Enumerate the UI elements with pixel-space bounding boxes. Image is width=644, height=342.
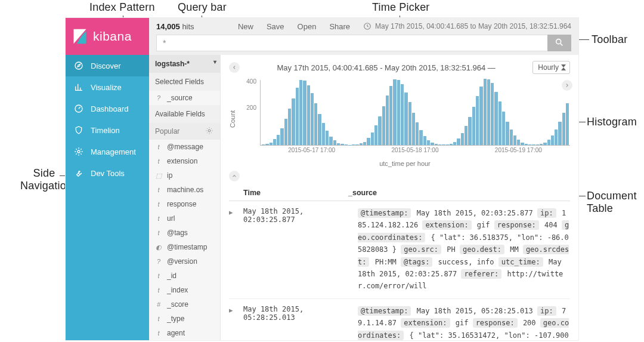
column-source-header[interactable]: _source — [348, 189, 570, 197]
expand-row-button[interactable]: ▸ — [229, 207, 239, 292]
histogram-bar[interactable] — [367, 138, 370, 145]
histogram-bar[interactable] — [491, 83, 494, 145]
scroll-up-button[interactable] — [229, 171, 240, 181]
column-time-header[interactable]: Time — [229, 189, 348, 197]
time-picker[interactable]: May 17th 2015, 04:00:41.685 to May 20th … — [363, 22, 571, 30]
histogram-bar[interactable] — [401, 84, 404, 145]
field-extension[interactable]: textension — [149, 154, 220, 168]
histogram-bar[interactable] — [270, 143, 273, 145]
histogram-bar[interactable] — [311, 93, 314, 145]
field-agent[interactable]: tagent — [149, 326, 220, 340]
histogram-bar[interactable] — [476, 96, 479, 145]
histogram-bar[interactable] — [506, 122, 509, 145]
histogram-bar[interactable] — [378, 116, 381, 145]
histogram-bar[interactable] — [280, 128, 283, 145]
field--score[interactable]: #_score — [149, 297, 220, 312]
interval-select[interactable]: Hourly — [532, 61, 570, 74]
histogram-bar[interactable] — [551, 135, 554, 145]
histogram-bar[interactable] — [427, 140, 430, 145]
histogram-bar[interactable] — [513, 135, 516, 145]
histogram-bar[interactable] — [457, 138, 460, 145]
field-url[interactable]: turl — [149, 211, 220, 226]
histogram-bar[interactable] — [423, 136, 426, 145]
next-range-button[interactable] — [562, 80, 572, 91]
sidenav-item-discover[interactable]: Discover — [66, 55, 149, 76]
field--version[interactable]: ?@version — [149, 254, 220, 269]
histogram-bar[interactable] — [416, 122, 419, 145]
histogram-bar[interactable] — [517, 140, 520, 145]
histogram-bar[interactable] — [494, 92, 497, 145]
histogram-bar[interactable] — [558, 122, 561, 145]
field-response[interactable]: tresponse — [149, 197, 220, 211]
histogram-bar[interactable] — [453, 142, 456, 145]
histogram-bar[interactable] — [307, 85, 310, 145]
histogram-bar[interactable] — [468, 117, 471, 145]
histogram-bar[interactable] — [408, 102, 411, 145]
histogram-bar[interactable] — [355, 144, 358, 145]
histogram-bar[interactable] — [299, 80, 302, 145]
histogram-bar[interactable] — [296, 88, 299, 145]
histogram-bar[interactable] — [326, 131, 329, 145]
histogram-bar[interactable] — [525, 144, 528, 145]
histogram-bar[interactable] — [333, 140, 336, 145]
sidenav-item-timelion[interactable]: Timelion — [66, 119, 149, 141]
histogram-bar[interactable] — [465, 126, 467, 145]
histogram-bar[interactable] — [431, 143, 434, 145]
histogram-bar[interactable] — [337, 143, 340, 145]
histogram-bar[interactable] — [438, 144, 441, 145]
histogram-bar[interactable] — [499, 101, 501, 145]
histogram-bar[interactable] — [472, 107, 475, 145]
histogram-bar[interactable] — [540, 144, 543, 145]
histogram-bar[interactable] — [318, 114, 321, 145]
query-input[interactable] — [156, 35, 547, 51]
histogram-bar[interactable] — [288, 109, 291, 145]
histogram-bar[interactable] — [442, 144, 445, 145]
histogram-bar[interactable] — [265, 144, 268, 145]
histogram-bar[interactable] — [521, 143, 524, 145]
field--message[interactable]: t@message — [149, 140, 220, 154]
histogram-bar[interactable] — [461, 133, 464, 145]
new-button[interactable]: New — [238, 22, 253, 31]
field--index[interactable]: t_index — [149, 283, 220, 297]
histogram-bar[interactable] — [382, 106, 385, 145]
expand-row-button[interactable]: ▸ — [229, 305, 239, 340]
sidenav-item-visualize[interactable]: Visualize — [66, 76, 149, 98]
histogram-bar[interactable] — [528, 144, 531, 145]
histogram-bar[interactable] — [532, 144, 535, 145]
histogram-bar[interactable] — [543, 143, 546, 145]
sidenav-item-management[interactable]: Management — [66, 141, 149, 162]
histogram-bar[interactable] — [273, 139, 276, 145]
histogram-bar[interactable] — [389, 86, 392, 145]
histogram-chart[interactable]: 200400 2015-05-17 17:002015-05-18 17:002… — [240, 80, 570, 158]
histogram-bar[interactable] — [322, 123, 325, 145]
histogram-bar[interactable] — [502, 112, 505, 145]
field-machine-os[interactable]: tmachine.os — [149, 183, 220, 197]
share-button[interactable]: Share — [329, 22, 350, 31]
histogram-bar[interactable] — [397, 80, 400, 145]
search-button[interactable] — [547, 35, 571, 51]
histogram-bar[interactable] — [352, 144, 355, 145]
histogram-bar[interactable] — [566, 103, 569, 145]
histogram-bar[interactable] — [314, 103, 317, 145]
histogram-bar[interactable] — [360, 143, 363, 145]
histogram-bar[interactable] — [277, 135, 280, 145]
histogram-bar[interactable] — [363, 142, 366, 145]
histogram-bar[interactable] — [412, 113, 415, 146]
field--type[interactable]: t_type — [149, 312, 220, 326]
prev-range-button[interactable] — [229, 62, 240, 73]
histogram-bar[interactable] — [510, 130, 513, 145]
field--source[interactable]: ?_source — [149, 91, 220, 105]
histogram-bar[interactable] — [404, 93, 407, 145]
field-settings-button[interactable] — [205, 127, 214, 136]
histogram-bar[interactable] — [329, 137, 332, 145]
histogram-bar[interactable] — [371, 133, 374, 145]
field-ip[interactable]: ⬚ip — [149, 168, 220, 183]
histogram-bar[interactable] — [393, 79, 396, 145]
field--timestamp[interactable]: ◐@timestamp — [149, 240, 220, 254]
histogram-bar[interactable] — [374, 125, 377, 145]
histogram-bar[interactable] — [303, 81, 306, 145]
histogram-bar[interactable] — [555, 130, 558, 145]
histogram-bar[interactable] — [536, 144, 539, 145]
histogram-bar[interactable] — [284, 119, 287, 145]
histogram-bar[interactable] — [345, 144, 348, 145]
